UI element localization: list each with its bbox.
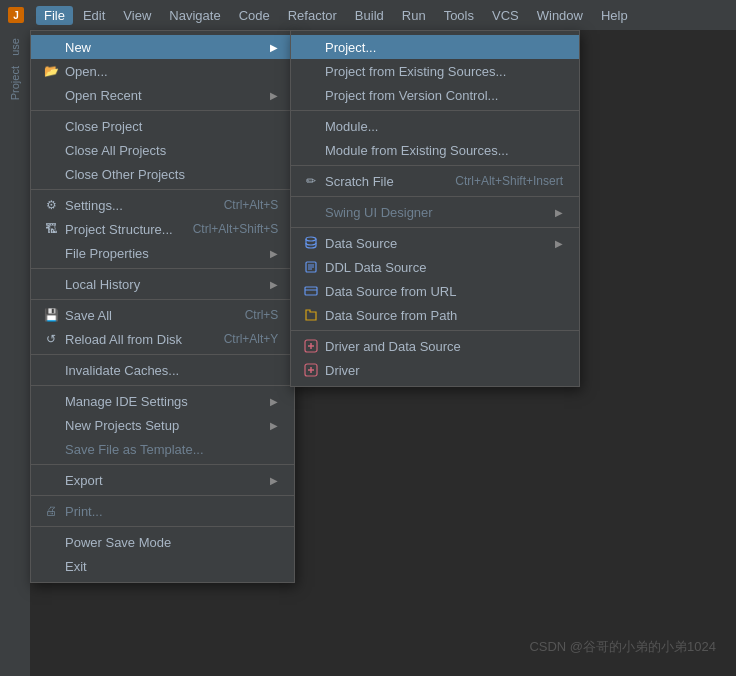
menu-item-refactor[interactable]: Refactor (280, 6, 345, 25)
new-submenu-icon-data-source (303, 235, 319, 251)
new-submenu-label-driver: Driver (325, 363, 563, 378)
menu-arrow-new-projects-setup: ▶ (270, 420, 278, 431)
menu-label-project-structure: Project Structure... (65, 222, 173, 237)
new-submenu-label-scratch-file: Scratch File (325, 174, 435, 189)
new-submenu-item-data-source[interactable]: Data Source▶ (291, 231, 579, 255)
new-submenu-item-driver[interactable]: Driver (291, 358, 579, 382)
menu-label-close-all-projects: Close All Projects (65, 143, 278, 158)
menu-item-navigate[interactable]: Navigate (161, 6, 228, 25)
new-submenu-icon-swing-ui (303, 204, 319, 220)
menu-icon-exit (43, 558, 59, 574)
title-bar: J FileEditViewNavigateCodeRefactorBuildR… (0, 0, 736, 30)
menu-shortcut-reload: Ctrl+Alt+Y (224, 332, 279, 346)
new-submenu-item-module-existing[interactable]: Module from Existing Sources... (291, 138, 579, 162)
menu-icon-close-other-projects (43, 166, 59, 182)
menu-item-code[interactable]: Code (231, 6, 278, 25)
new-submenu-item-project[interactable]: Project... (291, 35, 579, 59)
new-submenu-label-project-existing: Project from Existing Sources... (325, 64, 563, 79)
file-menu-item-project-structure[interactable]: 🏗Project Structure...Ctrl+Alt+Shift+S (31, 217, 294, 241)
file-menu-item-open[interactable]: 📂Open... (31, 59, 294, 83)
new-submenu-item-data-source-path[interactable]: Data Source from Path (291, 303, 579, 327)
menu-arrow-new: ▶ (270, 42, 278, 53)
menu-separator (31, 110, 294, 111)
new-submenu-item-module[interactable]: Module... (291, 114, 579, 138)
menu-icon-save-all: 💾 (43, 307, 59, 323)
new-submenu-item-project-vcs[interactable]: Project from Version Control... (291, 83, 579, 107)
menu-item-build[interactable]: Build (347, 6, 392, 25)
file-menu-item-close-all-projects[interactable]: Close All Projects (31, 138, 294, 162)
menu-shortcut-project-structure: Ctrl+Alt+Shift+S (193, 222, 279, 236)
new-submenu-icon-project-existing (303, 63, 319, 79)
file-menu-item-save-all[interactable]: 💾Save AllCtrl+S (31, 303, 294, 327)
menu-label-print: Print... (65, 504, 278, 519)
menu-separator (31, 268, 294, 269)
new-submenu-item-project-existing[interactable]: Project from Existing Sources... (291, 59, 579, 83)
file-menu-item-local-history[interactable]: Local History▶ (31, 272, 294, 296)
menu-label-manage-ide: Manage IDE Settings (65, 394, 262, 409)
file-menu-item-close-other-projects[interactable]: Close Other Projects (31, 162, 294, 186)
menu-item-file[interactable]: File (36, 6, 73, 25)
sidebar-label-project[interactable]: Project (7, 62, 23, 104)
new-submenu-label-ddl-data-source: DDL Data Source (325, 260, 563, 275)
menu-arrow-file-properties: ▶ (270, 248, 278, 259)
new-submenu-separator (291, 227, 579, 228)
menu-item-run[interactable]: Run (394, 6, 434, 25)
new-submenu-arrow-swing-ui: ▶ (555, 207, 563, 218)
new-submenu-icon-driver-data-source (303, 338, 319, 354)
file-menu-item-open-recent[interactable]: Open Recent▶ (31, 83, 294, 107)
file-menu-item-invalidate[interactable]: Invalidate Caches... (31, 358, 294, 382)
svg-point-0 (306, 237, 316, 241)
file-menu-item-print: 🖨Print... (31, 499, 294, 523)
file-menu-item-settings[interactable]: ⚙Settings...Ctrl+Alt+S (31, 193, 294, 217)
file-menu-item-new-projects-setup[interactable]: New Projects Setup▶ (31, 413, 294, 437)
new-submenu-label-project-vcs: Project from Version Control... (325, 88, 563, 103)
new-submenu-label-data-source: Data Source (325, 236, 547, 251)
file-menu-item-exit[interactable]: Exit (31, 554, 294, 578)
new-submenu-separator (291, 330, 579, 331)
sidebar: use Project (0, 30, 30, 676)
menu-item-edit[interactable]: Edit (75, 6, 113, 25)
sidebar-label-use[interactable]: use (7, 34, 23, 60)
menu-item-view[interactable]: View (115, 6, 159, 25)
file-menu-item-power-save[interactable]: Power Save Mode (31, 530, 294, 554)
file-menu-item-reload[interactable]: ↺Reload All from DiskCtrl+Alt+Y (31, 327, 294, 351)
menu-label-file-properties: File Properties (65, 246, 262, 261)
menu-label-reload: Reload All from Disk (65, 332, 204, 347)
file-menu-dropdown: New▶📂Open...Open Recent▶Close ProjectClo… (30, 30, 295, 583)
new-submenu-label-swing-ui: Swing UI Designer (325, 205, 547, 220)
menu-item-window[interactable]: Window (529, 6, 591, 25)
menu-label-open-recent: Open Recent (65, 88, 262, 103)
file-menu-item-save-template: Save File as Template... (31, 437, 294, 461)
file-menu-item-manage-ide[interactable]: Manage IDE Settings▶ (31, 389, 294, 413)
menu-label-new: New (65, 40, 262, 55)
file-menu-item-export[interactable]: Export▶ (31, 468, 294, 492)
menu-separator (31, 495, 294, 496)
file-menu-item-new[interactable]: New▶ (31, 35, 294, 59)
menu-label-export: Export (65, 473, 262, 488)
menu-icon-new-projects-setup (43, 417, 59, 433)
new-submenu-item-scratch-file[interactable]: ✏Scratch FileCtrl+Alt+Shift+Insert (291, 169, 579, 193)
new-submenu-item-data-source-url[interactable]: Data Source from URL (291, 279, 579, 303)
new-submenu-item-ddl-data-source[interactable]: DDL Data Source (291, 255, 579, 279)
menu-separator (31, 526, 294, 527)
menu-shortcut-settings: Ctrl+Alt+S (224, 198, 279, 212)
menu-icon-invalidate (43, 362, 59, 378)
menu-icon-project-structure: 🏗 (43, 221, 59, 237)
menu-icon-new (43, 39, 59, 55)
menu-separator (31, 299, 294, 300)
menu-item-vcs[interactable]: VCS (484, 6, 527, 25)
new-submenu-icon-ddl-data-source (303, 259, 319, 275)
menu-icon-close-project (43, 118, 59, 134)
file-menu-item-close-project[interactable]: Close Project (31, 114, 294, 138)
new-submenu-label-module-existing: Module from Existing Sources... (325, 143, 563, 158)
menu-item-help[interactable]: Help (593, 6, 636, 25)
menu-icon-manage-ide (43, 393, 59, 409)
new-submenu-label-project: Project... (325, 40, 563, 55)
menu-item-tools[interactable]: Tools (436, 6, 482, 25)
file-menu-item-file-properties[interactable]: File Properties▶ (31, 241, 294, 265)
menu-separator (31, 354, 294, 355)
new-submenu-arrow-data-source: ▶ (555, 238, 563, 249)
menu-label-exit: Exit (65, 559, 278, 574)
new-submenu-item-driver-data-source[interactable]: Driver and Data Source (291, 334, 579, 358)
menu-icon-reload: ↺ (43, 331, 59, 347)
